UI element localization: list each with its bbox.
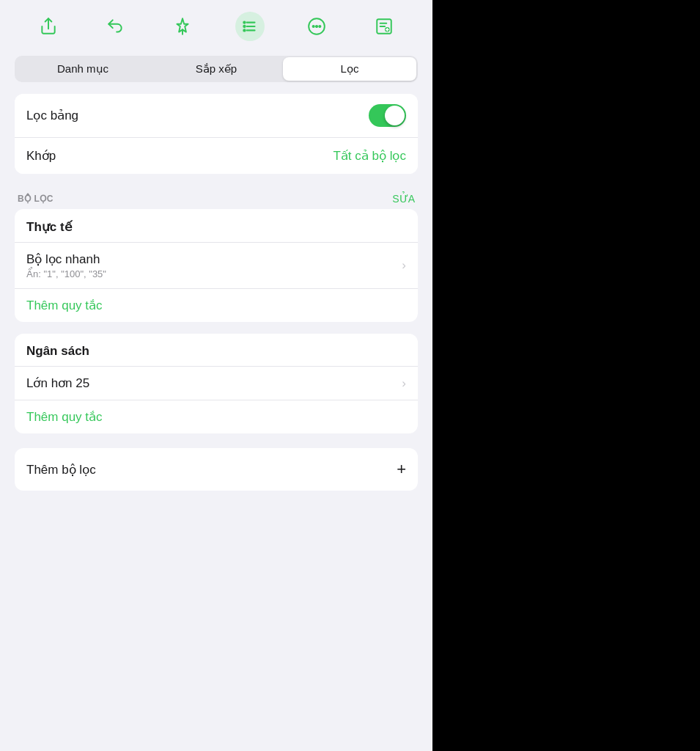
filter-group-ngan-sach-title: Ngân sách <box>15 334 418 367</box>
filter-rule-lon-hon-25[interactable]: Lớn hơn 25 › <box>15 367 418 400</box>
add-icon: + <box>397 460 406 479</box>
undo-icon[interactable] <box>100 12 130 41</box>
list-icon[interactable] <box>235 12 265 41</box>
add-rule-thuc-te[interactable]: Thêm quy tắc <box>15 289 418 322</box>
match-value: Tất cả bộ lọc <box>333 148 406 164</box>
pin-icon[interactable] <box>168 12 197 41</box>
dark-area <box>432 0 700 751</box>
filter-rule-sub: Ẩn: "1", "100", "35" <box>26 268 106 279</box>
section-header: BỘ LỌC SỬA <box>15 186 418 209</box>
toolbar <box>0 0 432 50</box>
segment-control: Danh mục Sắp xếp Lọc <box>15 56 418 82</box>
add-rule-label: Thêm quy tắc <box>26 298 103 312</box>
svg-point-11 <box>320 26 321 27</box>
svg-point-7 <box>243 29 245 31</box>
filter-toggle[interactable] <box>369 104 406 127</box>
edit-action[interactable]: SỬA <box>392 193 415 205</box>
tab-loc[interactable]: Lọc <box>283 57 416 81</box>
svg-point-10 <box>316 26 317 27</box>
chevron-right-icon-2: › <box>402 376 406 391</box>
add-filter-row[interactable]: Thêm bộ lọc + <box>15 448 418 491</box>
tab-danh-muc[interactable]: Danh mục <box>16 57 150 81</box>
filter-group-thuc-te-title: Thực tế <box>15 209 418 243</box>
subscribe-icon[interactable] <box>369 12 399 41</box>
chevron-right-icon: › <box>402 258 406 273</box>
add-rule-ngan-sach[interactable]: Thêm quy tắc <box>15 400 418 433</box>
filter-toggle-label: Lọc bảng <box>26 108 78 123</box>
more-icon[interactable] <box>302 12 331 41</box>
filter-rule-name: Bộ lọc nhanh <box>26 252 106 267</box>
add-rule-ngan-sach-label: Thêm quy tắc <box>26 410 103 424</box>
svg-point-5 <box>243 22 245 23</box>
content-area: Lọc bảng Khớp Tất cả bộ lọc BỘ LỌC SỬA T… <box>0 94 432 751</box>
add-filter-label: Thêm bộ lọc <box>26 462 96 477</box>
filter-group-thuc-te: Thực tế Bộ lọc nhanh Ẩn: "1", "100", "35… <box>15 209 418 322</box>
filter-group-ngan-sach: Ngân sách Lớn hơn 25 › Thêm quy tắc <box>15 334 418 433</box>
section-title: BỘ LỌC <box>18 194 54 204</box>
filter-settings-card: Lọc bảng Khớp Tất cả bộ lọc <box>15 94 418 174</box>
filter-rule-lon-hon-name: Lớn hơn 25 <box>26 376 89 391</box>
match-label: Khớp <box>26 148 56 164</box>
svg-point-9 <box>313 26 314 27</box>
match-row[interactable]: Khớp Tất cả bộ lọc <box>15 138 418 174</box>
share-icon[interactable] <box>34 12 63 41</box>
tab-sap-xep[interactable]: Sắp xếp <box>150 57 283 81</box>
filter-rule-bo-loc-nhanh[interactable]: Bộ lọc nhanh Ẩn: "1", "100", "35" › <box>15 243 418 289</box>
filter-toggle-row[interactable]: Lọc bảng <box>15 94 418 138</box>
svg-point-6 <box>243 26 245 27</box>
